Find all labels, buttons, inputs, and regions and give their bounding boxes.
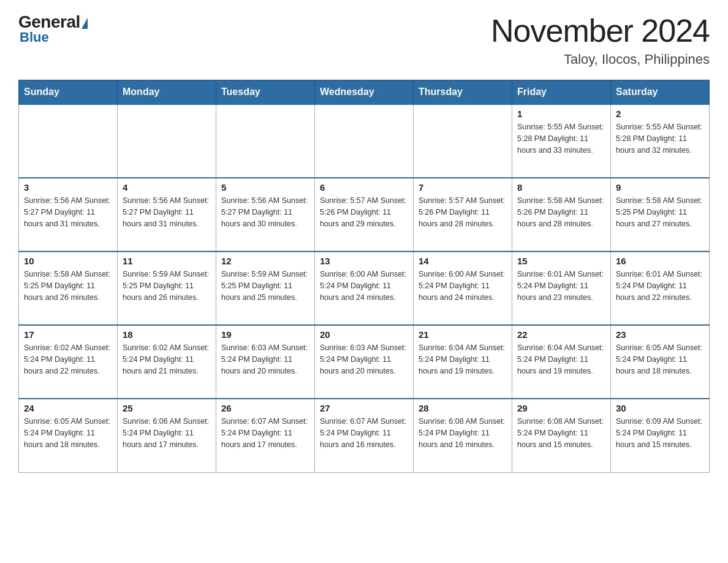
calendar-day-cell: 28Sunrise: 6:08 AM Sunset: 5:24 PM Dayli…: [414, 399, 512, 472]
day-info: Sunrise: 5:58 AM Sunset: 5:25 PM Dayligh…: [24, 269, 112, 303]
calendar-day-cell: 26Sunrise: 6:07 AM Sunset: 5:24 PM Dayli…: [216, 399, 315, 472]
day-info: Sunrise: 5:56 AM Sunset: 5:27 PM Dayligh…: [24, 195, 112, 229]
calendar-day-cell: 15Sunrise: 6:01 AM Sunset: 5:24 PM Dayli…: [512, 251, 611, 325]
day-info: Sunrise: 6:01 AM Sunset: 5:24 PM Dayligh…: [517, 269, 605, 303]
weekday-header-monday: Monday: [118, 80, 216, 105]
day-number: 9: [616, 182, 704, 193]
day-info: Sunrise: 6:03 AM Sunset: 5:24 PM Dayligh…: [320, 342, 408, 377]
day-number: 4: [123, 182, 211, 193]
calendar-day-cell: 13Sunrise: 6:00 AM Sunset: 5:24 PM Dayli…: [315, 251, 414, 325]
day-number: 13: [320, 256, 408, 266]
calendar-day-cell: 20Sunrise: 6:03 AM Sunset: 5:24 PM Dayli…: [315, 325, 414, 399]
day-number: 7: [419, 182, 507, 193]
day-info: Sunrise: 5:58 AM Sunset: 5:26 PM Dayligh…: [517, 195, 605, 229]
logo-triangle-icon: [82, 18, 88, 29]
day-number: 25: [123, 403, 211, 413]
calendar-day-cell: [118, 104, 216, 178]
calendar-body: 1Sunrise: 5:55 AM Sunset: 5:28 PM Daylig…: [19, 104, 710, 472]
day-number: 15: [517, 256, 605, 266]
calendar-day-cell: 1Sunrise: 5:55 AM Sunset: 5:28 PM Daylig…: [512, 104, 611, 178]
page-header: General Blue November 2024 Taloy, Ilocos…: [18, 12, 710, 67]
weekday-header-sunday: Sunday: [19, 80, 118, 105]
day-info: Sunrise: 6:05 AM Sunset: 5:24 PM Dayligh…: [616, 342, 704, 377]
logo-blue-text: Blue: [20, 29, 49, 45]
day-info: Sunrise: 6:02 AM Sunset: 5:24 PM Dayligh…: [123, 342, 211, 377]
day-number: 28: [419, 403, 507, 413]
calendar-day-cell: 23Sunrise: 6:05 AM Sunset: 5:24 PM Dayli…: [611, 325, 710, 399]
day-info: Sunrise: 6:01 AM Sunset: 5:24 PM Dayligh…: [616, 269, 704, 303]
calendar-day-cell: [315, 104, 414, 178]
day-info: Sunrise: 6:00 AM Sunset: 5:24 PM Dayligh…: [320, 269, 408, 303]
day-number: 16: [616, 256, 704, 266]
day-info: Sunrise: 6:09 AM Sunset: 5:24 PM Dayligh…: [616, 416, 704, 450]
day-number: 18: [123, 329, 211, 340]
calendar-day-cell: 4Sunrise: 5:56 AM Sunset: 5:27 PM Daylig…: [118, 178, 216, 251]
calendar-week-row: 10Sunrise: 5:58 AM Sunset: 5:25 PM Dayli…: [19, 251, 710, 325]
day-number: 19: [221, 329, 309, 340]
calendar-day-cell: 2Sunrise: 5:55 AM Sunset: 5:28 PM Daylig…: [611, 104, 710, 178]
calendar-day-cell: 29Sunrise: 6:08 AM Sunset: 5:24 PM Dayli…: [512, 399, 611, 472]
day-number: 24: [24, 403, 112, 413]
day-number: 2: [616, 109, 704, 119]
day-number: 23: [616, 329, 704, 340]
weekday-header-tuesday: Tuesday: [216, 80, 315, 105]
day-info: Sunrise: 6:02 AM Sunset: 5:24 PM Dayligh…: [24, 342, 112, 377]
day-number: 17: [24, 329, 112, 340]
day-info: Sunrise: 5:58 AM Sunset: 5:25 PM Dayligh…: [616, 195, 704, 229]
location-subtitle: Taloy, Ilocos, Philippines: [491, 52, 710, 67]
day-info: Sunrise: 6:07 AM Sunset: 5:24 PM Dayligh…: [221, 416, 309, 450]
calendar-week-row: 3Sunrise: 5:56 AM Sunset: 5:27 PM Daylig…: [19, 178, 710, 251]
day-info: Sunrise: 5:56 AM Sunset: 5:27 PM Dayligh…: [123, 195, 211, 229]
day-number: 10: [24, 256, 112, 266]
day-info: Sunrise: 6:04 AM Sunset: 5:24 PM Dayligh…: [517, 342, 605, 377]
day-number: 27: [320, 403, 408, 413]
day-number: 5: [221, 182, 309, 193]
day-number: 14: [419, 256, 507, 266]
calendar-day-cell: 16Sunrise: 6:01 AM Sunset: 5:24 PM Dayli…: [611, 251, 710, 325]
day-number: 1: [517, 109, 605, 119]
weekday-header-saturday: Saturday: [611, 80, 710, 105]
calendar-day-cell: 5Sunrise: 5:56 AM Sunset: 5:27 PM Daylig…: [216, 178, 315, 251]
title-block: November 2024 Taloy, Ilocos, Philippines: [491, 12, 710, 67]
calendar-day-cell: 7Sunrise: 5:57 AM Sunset: 5:26 PM Daylig…: [414, 178, 512, 251]
calendar-day-cell: 10Sunrise: 5:58 AM Sunset: 5:25 PM Dayli…: [19, 251, 118, 325]
calendar-table: SundayMondayTuesdayWednesdayThursdayFrid…: [18, 80, 710, 473]
day-info: Sunrise: 6:05 AM Sunset: 5:24 PM Dayligh…: [24, 416, 112, 450]
calendar-day-cell: 11Sunrise: 5:59 AM Sunset: 5:25 PM Dayli…: [118, 251, 216, 325]
day-number: 3: [24, 182, 112, 193]
day-info: Sunrise: 6:03 AM Sunset: 5:24 PM Dayligh…: [221, 342, 309, 377]
day-info: Sunrise: 5:55 AM Sunset: 5:28 PM Dayligh…: [616, 121, 704, 156]
day-info: Sunrise: 5:57 AM Sunset: 5:26 PM Dayligh…: [320, 195, 408, 229]
weekday-header-row: SundayMondayTuesdayWednesdayThursdayFrid…: [19, 80, 710, 105]
calendar-day-cell: 6Sunrise: 5:57 AM Sunset: 5:26 PM Daylig…: [315, 178, 414, 251]
day-number: 11: [123, 256, 211, 266]
day-info: Sunrise: 5:59 AM Sunset: 5:25 PM Dayligh…: [123, 269, 211, 303]
day-info: Sunrise: 6:08 AM Sunset: 5:24 PM Dayligh…: [419, 416, 507, 450]
day-info: Sunrise: 6:07 AM Sunset: 5:24 PM Dayligh…: [320, 416, 408, 450]
day-info: Sunrise: 6:00 AM Sunset: 5:24 PM Dayligh…: [419, 269, 507, 303]
logo: General Blue: [18, 12, 88, 45]
calendar-day-cell: 24Sunrise: 6:05 AM Sunset: 5:24 PM Dayli…: [19, 399, 118, 472]
day-number: 20: [320, 329, 408, 340]
calendar-day-cell: 3Sunrise: 5:56 AM Sunset: 5:27 PM Daylig…: [19, 178, 118, 251]
day-number: 26: [221, 403, 309, 413]
month-year-title: November 2024: [491, 12, 710, 49]
weekday-header-friday: Friday: [512, 80, 611, 105]
calendar-day-cell: [414, 104, 512, 178]
day-info: Sunrise: 6:06 AM Sunset: 5:24 PM Dayligh…: [123, 416, 211, 450]
calendar-day-cell: 9Sunrise: 5:58 AM Sunset: 5:25 PM Daylig…: [611, 178, 710, 251]
calendar-day-cell: 8Sunrise: 5:58 AM Sunset: 5:26 PM Daylig…: [512, 178, 611, 251]
day-number: 21: [419, 329, 507, 340]
calendar-day-cell: 17Sunrise: 6:02 AM Sunset: 5:24 PM Dayli…: [19, 325, 118, 399]
calendar-day-cell: [19, 104, 118, 178]
calendar-day-cell: 18Sunrise: 6:02 AM Sunset: 5:24 PM Dayli…: [118, 325, 216, 399]
weekday-header-wednesday: Wednesday: [315, 80, 414, 105]
calendar-week-row: 17Sunrise: 6:02 AM Sunset: 5:24 PM Dayli…: [19, 325, 710, 399]
calendar-day-cell: 30Sunrise: 6:09 AM Sunset: 5:24 PM Dayli…: [611, 399, 710, 472]
day-info: Sunrise: 5:59 AM Sunset: 5:25 PM Dayligh…: [221, 269, 309, 303]
calendar-day-cell: [216, 104, 315, 178]
calendar-day-cell: 21Sunrise: 6:04 AM Sunset: 5:24 PM Dayli…: [414, 325, 512, 399]
calendar-day-cell: 27Sunrise: 6:07 AM Sunset: 5:24 PM Dayli…: [315, 399, 414, 472]
calendar-header: SundayMondayTuesdayWednesdayThursdayFrid…: [19, 80, 710, 105]
calendar-day-cell: 12Sunrise: 5:59 AM Sunset: 5:25 PM Dayli…: [216, 251, 315, 325]
